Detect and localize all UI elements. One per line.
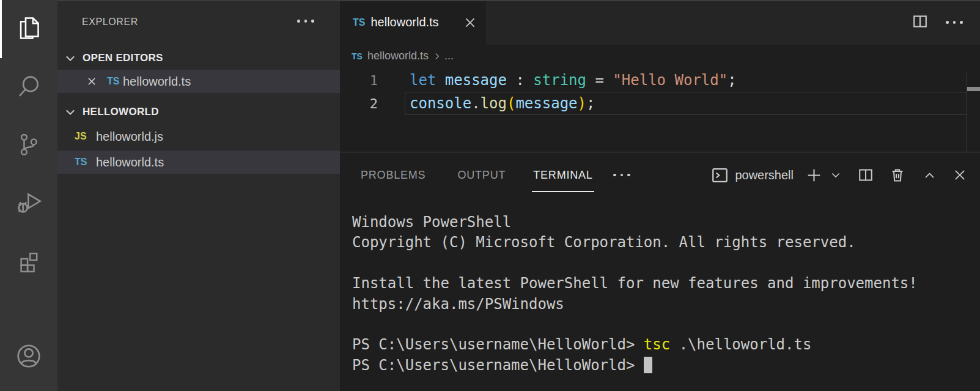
shell-label[interactable]: powershell bbox=[735, 168, 794, 182]
open-editors-section-header[interactable]: OPEN EDITORS bbox=[57, 47, 340, 70]
activity-item-source-control[interactable] bbox=[0, 116, 57, 174]
search-icon bbox=[15, 72, 43, 103]
close-tab-icon[interactable] bbox=[463, 15, 477, 30]
ts-file-icon: TS bbox=[353, 17, 365, 28]
bottom-panel: PROBLEMS OUTPUT TERMINAL powershell bbox=[340, 152, 980, 391]
terminal-line: Copyright (C) Microsoft Corporation. All… bbox=[352, 233, 980, 253]
tab-problems[interactable]: PROBLEMS bbox=[361, 156, 426, 194]
terminal-line: Windows PowerShell bbox=[352, 212, 980, 233]
kill-terminal-trash-button[interactable] bbox=[890, 167, 905, 183]
sidebar-title: EXPLORER bbox=[82, 17, 138, 28]
code-text: let message : string = "Hello World"; bbox=[410, 72, 737, 89]
tab-output[interactable]: OUTPUT bbox=[457, 156, 506, 194]
explorer-sidebar: EXPLORER OPEN EDITORS TS helloworld.ts H… bbox=[57, 0, 340, 391]
editor-more-actions-button[interactable] bbox=[944, 21, 965, 24]
terminal-prompt-text: PS C:\Users\username\HelloWorld> bbox=[352, 357, 644, 374]
debug-icon bbox=[15, 188, 43, 219]
activity-item-search[interactable] bbox=[0, 58, 57, 116]
panel-more-actions-button[interactable] bbox=[611, 174, 633, 177]
ts-file-icon: TS bbox=[107, 76, 123, 87]
breadcrumb[interactable]: TS helloworld.ts ... bbox=[340, 45, 980, 67]
tab-label: helloworld.ts bbox=[370, 15, 438, 29]
close-icon[interactable] bbox=[84, 73, 100, 89]
ellipsis-icon bbox=[944, 21, 965, 24]
ts-file-icon: TS bbox=[352, 51, 363, 61]
new-terminal-button[interactable] bbox=[806, 167, 822, 184]
split-editor-button[interactable] bbox=[912, 13, 928, 32]
close-panel-button[interactable] bbox=[952, 168, 967, 182]
split-terminal-button[interactable] bbox=[858, 167, 874, 183]
tab-helloworld-ts[interactable]: TS helloworld.ts bbox=[340, 0, 486, 45]
code-editor[interactable]: 1 let message : string = "Hello World"; … bbox=[340, 67, 980, 152]
maximize-panel-chevron-up-icon[interactable] bbox=[923, 168, 937, 182]
terminal-cursor bbox=[644, 357, 652, 373]
ellipsis-icon bbox=[295, 20, 317, 23]
workspace-section-header[interactable]: HELLOWORLD bbox=[57, 100, 340, 124]
terminal-line: Install the latest PowerShell for new fe… bbox=[352, 274, 980, 294]
breadcrumb-file[interactable]: helloworld.ts bbox=[367, 50, 429, 62]
ellipsis-icon bbox=[611, 174, 633, 177]
line-number: 2 bbox=[340, 96, 378, 111]
ts-file-icon: TS bbox=[75, 157, 90, 168]
editor-group: TS helloworld.ts TS helloworld.ts bbox=[340, 0, 980, 391]
file-name: helloworld.js bbox=[96, 130, 163, 144]
tab-terminal[interactable]: TERMINAL bbox=[533, 156, 592, 194]
activity-item-explorer[interactable] bbox=[0, 0, 57, 58]
launch-profile-chevron-down-icon[interactable] bbox=[830, 169, 842, 181]
chevron-down-icon bbox=[64, 51, 77, 65]
overview-ruler[interactable] bbox=[967, 71, 967, 152]
code-text: console.log(message); bbox=[410, 95, 595, 112]
overview-ruler-cursor-decoration bbox=[967, 87, 980, 91]
file-item-helloworld-ts[interactable]: TS helloworld.ts bbox=[57, 151, 340, 174]
files-icon bbox=[15, 14, 43, 45]
source-control-icon bbox=[15, 131, 42, 160]
terminal-line bbox=[352, 315, 980, 335]
chevron-down-icon bbox=[64, 105, 77, 119]
terminal-line: https://aka.ms/PSWindows bbox=[352, 294, 980, 315]
file-name: helloworld.ts bbox=[123, 75, 191, 89]
editor-tab-bar: TS helloworld.ts bbox=[340, 0, 980, 45]
terminal-shell-icon bbox=[711, 166, 729, 184]
code-line-1: 1 let message : string = "Hello World"; bbox=[340, 69, 967, 92]
activity-item-run-debug[interactable] bbox=[0, 174, 57, 233]
terminal-line bbox=[352, 253, 980, 274]
activity-item-extensions[interactable] bbox=[0, 233, 57, 291]
activity-bar bbox=[0, 0, 57, 391]
file-name: helloworld.ts bbox=[96, 155, 164, 169]
terminal-line: PS C:\Users\username\HelloWorld> tsc .\h… bbox=[352, 335, 980, 355]
extensions-icon bbox=[15, 247, 42, 277]
file-item-helloworld-js[interactable]: JS helloworld.js bbox=[57, 125, 340, 148]
terminal-actions: powershell bbox=[711, 156, 967, 194]
terminal-output[interactable]: Windows PowerShell Copyright (C) Microso… bbox=[340, 194, 980, 391]
section-label: OPEN EDITORS bbox=[83, 52, 163, 64]
line-number: 1 bbox=[340, 73, 378, 88]
terminal-prompt-line: PS C:\Users\username\HelloWorld> bbox=[352, 356, 980, 376]
code-line-2: 2 console.log(message); bbox=[340, 92, 967, 115]
breadcrumb-symbol[interactable]: ... bbox=[444, 50, 454, 62]
account-icon bbox=[14, 341, 43, 373]
section-label: HELLOWORLD bbox=[83, 106, 159, 118]
js-file-icon: JS bbox=[75, 131, 90, 142]
panel-tab-bar: PROBLEMS OUTPUT TERMINAL bbox=[361, 156, 632, 194]
vscode-window: EXPLORER OPEN EDITORS TS helloworld.ts H… bbox=[0, 0, 980, 391]
chevron-right-icon bbox=[432, 51, 442, 61]
activity-item-accounts[interactable] bbox=[0, 328, 57, 386]
open-editor-item-helloworld-ts[interactable]: TS helloworld.ts bbox=[57, 70, 340, 93]
sidebar-more-actions-button[interactable] bbox=[295, 20, 317, 23]
